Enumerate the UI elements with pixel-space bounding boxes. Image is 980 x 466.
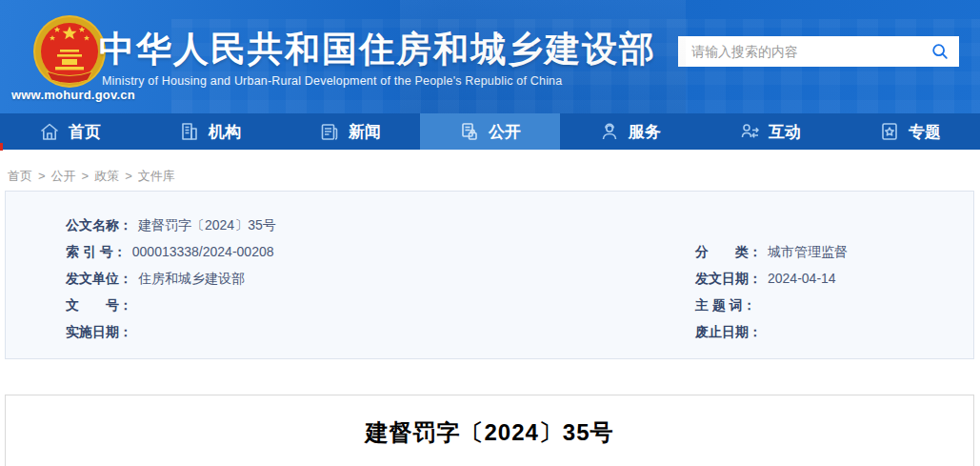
search-button[interactable] [921, 36, 959, 67]
meta-value: 住房和城乡建设部 [138, 265, 245, 292]
home-icon [39, 121, 60, 142]
meta-issuing-unit: 发文单位： 住房和城乡建设部 [66, 265, 695, 292]
nav-label: 机构 [209, 121, 241, 143]
meta-label: 发文日期： [695, 265, 762, 292]
document-title: 建督罚字〔2024〕35号 [6, 417, 973, 448]
site-url: www.mohurd.gov.cn [11, 88, 130, 102]
breadcrumb-separator: > [38, 169, 46, 183]
breadcrumb-separator: > [125, 169, 132, 183]
nav-item-interaction[interactable]: 互动 [700, 113, 840, 150]
meta-label: 主 题 词： [695, 292, 756, 318]
nav-label: 互动 [769, 121, 801, 143]
meta-repeal-date: 废止日期： [695, 318, 973, 345]
meta-label: 文 号： [66, 292, 132, 318]
meta-row: 发文单位： 住房和城乡建设部 发文日期： 2024-04-14 [66, 265, 973, 292]
nav-item-news[interactable]: 新闻 [280, 113, 420, 150]
meta-value: 000013338/2024-00208 [132, 238, 274, 265]
meta-label: 实施日期： [66, 318, 132, 345]
meta-value: 建督罚字〔2024〕35号 [138, 212, 276, 238]
breadcrumb: 首页>公开>政策>文件库 [0, 150, 980, 185]
nav-item-topic[interactable]: 专题 [840, 113, 980, 150]
organization-icon [179, 121, 200, 142]
breadcrumb-separator: > [82, 169, 90, 183]
meta-value: 城市管理监督 [768, 238, 848, 265]
nav-label: 服务 [629, 121, 661, 143]
meta-row: 索 引 号： 000013338/2024-00208 分 类： 城市管理监督 [66, 238, 973, 265]
breadcrumb-home[interactable]: 首页 [8, 169, 32, 183]
nav-label: 首页 [69, 121, 101, 143]
interaction-icon [739, 121, 760, 142]
service-icon [599, 121, 620, 142]
site-logo[interactable] [31, 13, 108, 90]
main-nav: 首页 机构 新闻 公开 服务 [0, 113, 980, 150]
search-icon [930, 42, 950, 61]
breadcrumb-library[interactable]: 文件库 [138, 169, 175, 183]
nav-label: 新闻 [349, 121, 381, 143]
breadcrumb-disclosure[interactable]: 公开 [51, 169, 76, 183]
meta-label: 分 类： [695, 238, 762, 265]
national-emblem-icon [31, 13, 108, 90]
meta-subject-words: 主 题 词： [695, 292, 973, 318]
meta-category: 分 类： 城市管理监督 [695, 238, 973, 265]
meta-label: 公文名称： [66, 212, 132, 238]
document-metadata-card: 公文名称： 建督罚字〔2024〕35号 索 引 号： 000013338/202… [5, 191, 974, 359]
site-header: www.mohurd.gov.cn 中华人民共和国住房和城乡建设部 Minist… [0, 0, 980, 113]
nav-item-service[interactable]: 服务 [560, 113, 700, 150]
disclosure-icon [459, 121, 480, 142]
meta-index-no: 索 引 号： 000013338/2024-00208 [66, 238, 695, 265]
nav-label: 公开 [489, 121, 521, 143]
search-input[interactable] [678, 36, 921, 67]
site-title-en: Ministry of Housing and Urban-Rural Deve… [102, 74, 562, 88]
meta-row: 公文名称： 建督罚字〔2024〕35号 [66, 212, 973, 238]
red-accent-mark [0, 143, 3, 151]
document-card: 建督罚字〔2024〕35号 [5, 395, 974, 466]
topic-icon [879, 121, 900, 142]
meta-value: 2024-04-14 [768, 265, 836, 292]
meta-label: 废止日期： [695, 318, 762, 345]
breadcrumb-policy[interactable]: 政策 [94, 169, 119, 183]
meta-label: 发文单位： [66, 265, 132, 292]
meta-row: 实施日期： 废止日期： [66, 318, 973, 345]
meta-row: 文 号： 主 题 词： [66, 292, 973, 318]
news-icon [319, 121, 340, 142]
nav-item-organization[interactable]: 机构 [140, 113, 280, 150]
meta-doc-name: 公文名称： 建督罚字〔2024〕35号 [66, 212, 695, 238]
nav-item-home[interactable]: 首页 [0, 113, 140, 150]
site-title-cn: 中华人民共和国住房和城乡建设部 [99, 26, 656, 73]
nav-item-disclosure[interactable]: 公开 [420, 113, 560, 150]
nav-label: 专题 [909, 121, 941, 143]
meta-issue-date: 发文日期： 2024-04-14 [695, 265, 973, 292]
meta-impl-date: 实施日期： [66, 318, 695, 345]
search-box [678, 36, 959, 67]
meta-label: 索 引 号： [66, 238, 127, 265]
meta-doc-no: 文 号： [66, 292, 695, 318]
